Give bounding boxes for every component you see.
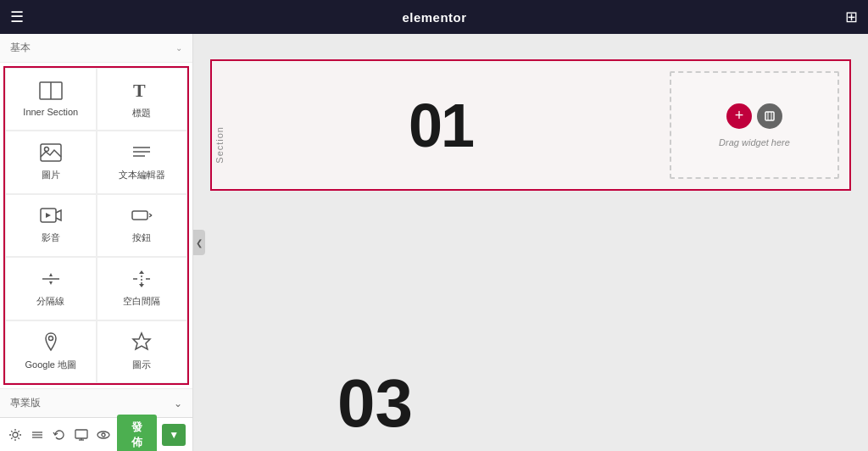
widget-divider-label: 分隔線 (36, 295, 64, 308)
svg-marker-14 (49, 273, 53, 276)
section-block: Section 01 + Drag w (210, 59, 851, 191)
widget-button-label: 按鈕 (132, 231, 151, 244)
svg-line-12 (149, 215, 152, 217)
chevron-down-icon: ⌄ (175, 43, 182, 53)
image-icon (40, 143, 62, 165)
chevron-down-pro-icon: ⌄ (174, 398, 182, 409)
svg-rect-3 (41, 144, 61, 161)
widget-text-editor[interactable]: 文本編輯器 (97, 131, 188, 193)
widget-video-label: 影音 (42, 231, 60, 244)
pro-section-label: 專業版 (10, 396, 41, 410)
basic-section-label: 基本 (10, 41, 31, 55)
drag-widget-button[interactable] (757, 103, 782, 129)
svg-point-23 (13, 432, 18, 437)
widget-inner-section-label: Inner Section (23, 107, 78, 117)
app-header: ☰ elementor ⊞ (0, 0, 868, 34)
svg-marker-22 (133, 333, 150, 349)
canvas-area: ❮ Section 01 + (193, 34, 868, 451)
widget-image-label: 圖片 (42, 169, 60, 181)
widget-action-buttons: + (726, 103, 782, 129)
monitor-icon-btn[interactable] (73, 423, 90, 447)
svg-point-31 (102, 433, 105, 437)
undo-icon-btn[interactable] (51, 423, 68, 447)
svg-rect-32 (765, 112, 774, 120)
svg-marker-9 (46, 213, 51, 218)
sidebar: 基本 ⌄ Inner Section T (0, 34, 193, 451)
sidebar-collapse-btn[interactable]: ❮ (193, 230, 205, 255)
star-icon (131, 331, 152, 355)
publish-button[interactable]: 發佈 (117, 415, 157, 452)
publish-arrow-button[interactable]: ▼ (162, 424, 186, 446)
svg-point-4 (44, 148, 48, 152)
widget-text-editor-label: 文本編輯器 (119, 169, 165, 181)
svg-rect-27 (75, 430, 87, 438)
google-map-icon (41, 331, 61, 355)
heading-icon: T (131, 80, 152, 103)
svg-rect-10 (132, 211, 147, 220)
section-label: Section (214, 126, 225, 164)
svg-marker-17 (139, 270, 144, 274)
grid-icon[interactable]: ⊞ (845, 8, 858, 26)
sidebar-section-pro[interactable]: 專業版 ⌄ (0, 388, 192, 417)
layers-icon-btn[interactable] (29, 423, 46, 447)
eye-icon-btn[interactable] (95, 423, 112, 447)
widget-heading-label: 標題 (132, 107, 151, 120)
sidebar-bottom-bar: 發佈 ▼ (0, 417, 192, 451)
widget-video[interactable]: 影音 (5, 194, 97, 257)
widget-image[interactable]: 圖片 (5, 131, 97, 193)
widget-spacer[interactable]: 空白間隔 (97, 257, 188, 320)
widget-inner-section[interactable]: Inner Section (5, 68, 97, 131)
widget-google-map-label: Google 地圖 (25, 359, 76, 371)
svg-marker-15 (49, 281, 53, 285)
canvas-number-03: 03 (337, 365, 413, 443)
add-widget-button[interactable]: + (726, 103, 752, 129)
divider-icon (40, 270, 62, 292)
menu-icon[interactable]: ☰ (10, 8, 24, 26)
widget-icon-label: 圖示 (132, 359, 151, 371)
drag-hint-text: Drag widget here (719, 137, 790, 148)
widget-heading[interactable]: T 標題 (97, 68, 188, 131)
svg-marker-18 (139, 284, 144, 287)
widgets-grid: Inner Section T 標題 (3, 66, 189, 385)
inner-section-icon (39, 81, 63, 103)
settings-icon-btn[interactable] (7, 423, 24, 447)
button-icon (131, 206, 153, 228)
text-editor-icon (131, 143, 153, 165)
canvas-number-01: 01 (409, 91, 473, 160)
widget-google-map[interactable]: Google 地圖 (5, 320, 97, 383)
sidebar-section-basic[interactable]: 基本 ⌄ (0, 34, 192, 63)
spacer-icon (131, 270, 153, 292)
widget-icon[interactable]: 圖示 (97, 320, 188, 383)
main-layout: 基本 ⌄ Inner Section T (0, 34, 868, 451)
svg-point-21 (48, 337, 53, 341)
widget-button[interactable]: 按鈕 (97, 194, 188, 257)
widget-spacer-label: 空白間隔 (123, 295, 160, 308)
section-column-main: 01 (212, 61, 670, 189)
svg-text:T: T (133, 80, 146, 100)
svg-point-30 (97, 432, 109, 438)
widget-divider[interactable]: 分隔線 (5, 257, 97, 320)
widget-drop-zone[interactable]: + Drag widget here (670, 71, 839, 179)
canvas-number-02: 02 (193, 322, 202, 400)
video-icon (40, 206, 62, 228)
app-logo: elementor (402, 10, 466, 25)
